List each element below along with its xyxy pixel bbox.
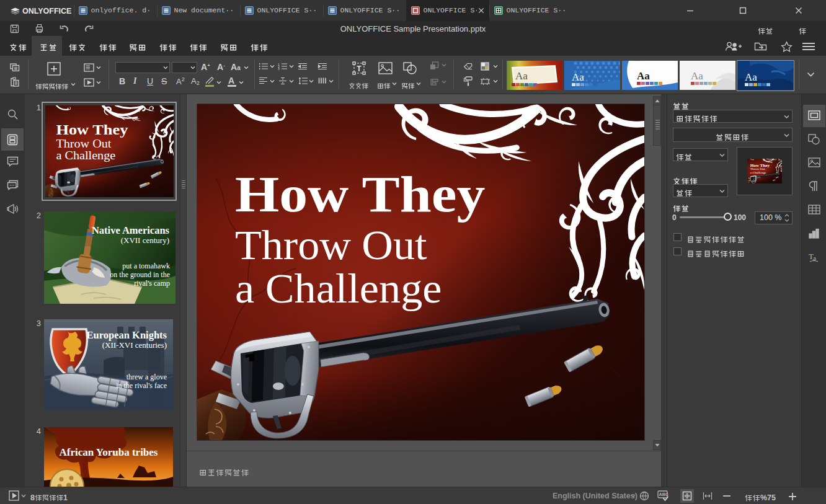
svg-text:(XII-XVI centuries): (XII-XVI centuries) <box>102 340 167 350</box>
svg-text:threw a glove: threw a glove <box>127 373 167 381</box>
svg-text:rival's camp: rival's camp <box>134 279 170 288</box>
svg-text:T: T <box>357 64 362 73</box>
svg-text:ABC: ABC <box>659 492 668 497</box>
svg-text:African Yoruba tribes: African Yoruba tribes <box>60 446 158 458</box>
svg-text:on the ground in the: on the ground in the <box>110 270 170 279</box>
svg-text:Aa: Aa <box>572 71 584 83</box>
svg-text:3: 3 <box>278 67 280 70</box>
svg-text:(XVII century): (XVII century) <box>121 236 169 245</box>
svg-text:Aa: Aa <box>691 70 703 82</box>
svg-text:Native Americans: Native Americans <box>92 224 170 236</box>
svg-text:put a tomahawk: put a tomahawk <box>122 262 170 270</box>
svg-text:Aa: Aa <box>515 70 528 82</box>
svg-text:European Knights: European Knights <box>87 329 167 341</box>
svg-text:in the rival's face: in the rival's face <box>116 381 167 390</box>
svg-text:Aa: Aa <box>637 70 650 82</box>
